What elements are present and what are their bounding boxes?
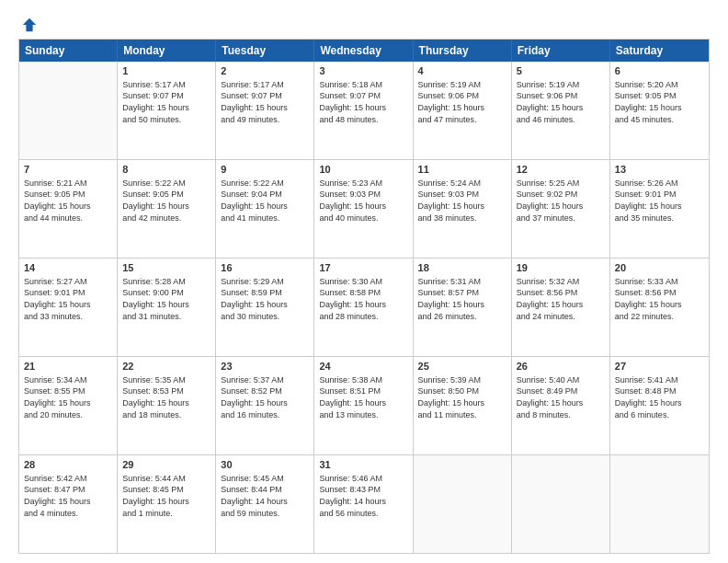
cell-text: Daylight: 15 hours bbox=[319, 201, 407, 213]
cell-text: Sunset: 8:47 PM bbox=[24, 484, 112, 496]
day-number: 24 bbox=[319, 360, 407, 373]
calendar-cell: 2Sunrise: 5:17 AMSunset: 9:07 PMDaylight… bbox=[216, 62, 314, 159]
calendar-cell: 29Sunrise: 5:44 AMSunset: 8:45 PMDayligh… bbox=[118, 455, 216, 553]
svg-marker-0 bbox=[23, 18, 36, 31]
cell-text: and 50 minutes. bbox=[122, 114, 210, 126]
calendar-header-cell: Wednesday bbox=[314, 40, 413, 62]
cell-text: Sunset: 8:48 PM bbox=[615, 385, 704, 397]
cell-text: Sunset: 9:01 PM bbox=[615, 189, 704, 201]
cell-text: Sunset: 9:04 PM bbox=[221, 189, 309, 201]
cell-text: Sunrise: 5:35 AM bbox=[122, 374, 210, 386]
cell-text: and 49 minutes. bbox=[221, 114, 309, 126]
cell-text: Sunset: 9:03 PM bbox=[418, 189, 506, 201]
cell-text: and 28 minutes. bbox=[319, 311, 407, 323]
day-number: 1 bbox=[122, 64, 210, 78]
cell-text: Sunset: 9:05 PM bbox=[615, 90, 704, 102]
calendar: SundayMondayTuesdayWednesdayThursdayFrid… bbox=[18, 39, 710, 554]
cell-text: Daylight: 15 hours bbox=[221, 299, 309, 311]
day-number: 22 bbox=[122, 360, 210, 373]
calendar-cell: 7Sunrise: 5:21 AMSunset: 9:05 PMDaylight… bbox=[19, 160, 118, 258]
cell-text: Daylight: 15 hours bbox=[615, 102, 704, 114]
calendar-row: 28Sunrise: 5:42 AMSunset: 8:47 PMDayligh… bbox=[19, 454, 709, 553]
cell-text: Sunrise: 5:41 AM bbox=[615, 374, 704, 386]
cell-text: Daylight: 15 hours bbox=[221, 102, 309, 114]
cell-text: Daylight: 15 hours bbox=[517, 201, 605, 213]
calendar-cell: 24Sunrise: 5:38 AMSunset: 8:51 PMDayligh… bbox=[314, 357, 413, 454]
calendar-cell: 28Sunrise: 5:42 AMSunset: 8:47 PMDayligh… bbox=[19, 455, 118, 553]
cell-text: Daylight: 15 hours bbox=[221, 201, 309, 213]
cell-text: Daylight: 15 hours bbox=[221, 397, 309, 409]
day-number: 14 bbox=[24, 261, 112, 275]
cell-text: and 45 minutes. bbox=[615, 114, 704, 126]
calendar-header-cell: Friday bbox=[512, 40, 610, 62]
calendar-cell: 18Sunrise: 5:31 AMSunset: 8:57 PMDayligh… bbox=[414, 259, 512, 356]
cell-text: Sunrise: 5:33 AM bbox=[615, 276, 704, 288]
cell-text: Daylight: 15 hours bbox=[319, 102, 407, 114]
day-number: 30 bbox=[221, 458, 309, 472]
calendar-cell: 21Sunrise: 5:34 AMSunset: 8:55 PMDayligh… bbox=[19, 357, 118, 454]
logo-icon bbox=[21, 17, 38, 33]
cell-text: Daylight: 15 hours bbox=[24, 299, 112, 311]
day-number: 9 bbox=[221, 163, 309, 177]
cell-text: Sunset: 9:05 PM bbox=[24, 189, 112, 201]
cell-text: Sunrise: 5:39 AM bbox=[418, 374, 506, 386]
header bbox=[18, 17, 710, 33]
calendar-cell: 1Sunrise: 5:17 AMSunset: 9:07 PMDaylight… bbox=[118, 62, 216, 159]
calendar-header-cell: Saturday bbox=[610, 40, 709, 62]
cell-text: Sunrise: 5:26 AM bbox=[615, 178, 704, 190]
cell-text: Sunset: 8:57 PM bbox=[418, 287, 506, 299]
cell-text: Daylight: 15 hours bbox=[517, 102, 605, 114]
cell-text: Sunrise: 5:44 AM bbox=[122, 473, 210, 485]
day-number: 15 bbox=[122, 261, 210, 275]
calendar-cell: 11Sunrise: 5:24 AMSunset: 9:03 PMDayligh… bbox=[414, 160, 512, 258]
cell-text: Daylight: 15 hours bbox=[122, 299, 210, 311]
cell-text: Sunrise: 5:22 AM bbox=[122, 178, 210, 190]
calendar-header-cell: Sunday bbox=[19, 40, 118, 62]
cell-text: Sunrise: 5:22 AM bbox=[221, 178, 309, 190]
cell-text: Sunrise: 5:34 AM bbox=[24, 374, 112, 386]
cell-text: and 56 minutes. bbox=[319, 508, 407, 520]
cell-text: and 40 minutes. bbox=[319, 213, 407, 224]
cell-text: Sunset: 8:51 PM bbox=[319, 385, 407, 397]
calendar-cell: 14Sunrise: 5:27 AMSunset: 9:01 PMDayligh… bbox=[19, 259, 118, 356]
day-number: 17 bbox=[319, 261, 407, 275]
cell-text: Daylight: 15 hours bbox=[418, 102, 506, 114]
day-number: 3 bbox=[319, 64, 407, 78]
cell-text: and 18 minutes. bbox=[122, 409, 210, 421]
cell-text: Sunrise: 5:27 AM bbox=[24, 276, 112, 288]
calendar-cell: 15Sunrise: 5:28 AMSunset: 9:00 PMDayligh… bbox=[118, 259, 216, 356]
cell-text: Sunrise: 5:29 AM bbox=[221, 276, 309, 288]
cell-text: Daylight: 15 hours bbox=[319, 397, 407, 409]
cell-text: Sunrise: 5:17 AM bbox=[122, 79, 210, 91]
cell-text: Sunrise: 5:40 AM bbox=[517, 374, 605, 386]
cell-text: and 16 minutes. bbox=[221, 409, 309, 421]
cell-text: Sunrise: 5:24 AM bbox=[418, 178, 506, 190]
day-number: 10 bbox=[319, 163, 407, 177]
calendar-row: 7Sunrise: 5:21 AMSunset: 9:05 PMDaylight… bbox=[19, 159, 709, 258]
calendar-cell: 10Sunrise: 5:23 AMSunset: 9:03 PMDayligh… bbox=[314, 160, 413, 258]
calendar-cell: 4Sunrise: 5:19 AMSunset: 9:06 PMDaylight… bbox=[414, 62, 512, 159]
calendar-cell: 17Sunrise: 5:30 AMSunset: 8:58 PMDayligh… bbox=[314, 259, 413, 356]
calendar-cell: 20Sunrise: 5:33 AMSunset: 8:56 PMDayligh… bbox=[610, 259, 709, 356]
day-number: 28 bbox=[24, 458, 112, 472]
cell-text: and 1 minute. bbox=[122, 508, 210, 520]
day-number: 16 bbox=[221, 261, 309, 275]
calendar-header: SundayMondayTuesdayWednesdayThursdayFrid… bbox=[19, 40, 709, 62]
cell-text: Sunset: 9:03 PM bbox=[319, 189, 407, 201]
cell-text: Sunrise: 5:37 AM bbox=[221, 374, 309, 386]
cell-text: Sunset: 8:55 PM bbox=[24, 385, 112, 397]
cell-text: Sunset: 9:06 PM bbox=[517, 90, 605, 102]
calendar-header-cell: Tuesday bbox=[216, 40, 314, 62]
calendar-cell: 13Sunrise: 5:26 AMSunset: 9:01 PMDayligh… bbox=[610, 160, 709, 258]
cell-text: Sunrise: 5:31 AM bbox=[418, 276, 506, 288]
cell-text: and 47 minutes. bbox=[418, 114, 506, 126]
calendar-row: 21Sunrise: 5:34 AMSunset: 8:55 PMDayligh… bbox=[19, 356, 709, 454]
cell-text: and 24 minutes. bbox=[517, 311, 605, 323]
cell-text: Sunset: 9:07 PM bbox=[319, 90, 407, 102]
cell-text: and 38 minutes. bbox=[418, 213, 506, 224]
cell-text: Sunset: 8:43 PM bbox=[319, 484, 407, 496]
calendar-cell bbox=[414, 455, 512, 553]
cell-text: Sunrise: 5:25 AM bbox=[517, 178, 605, 190]
cell-text: Sunset: 9:06 PM bbox=[418, 90, 506, 102]
cell-text: Sunset: 9:00 PM bbox=[122, 287, 210, 299]
